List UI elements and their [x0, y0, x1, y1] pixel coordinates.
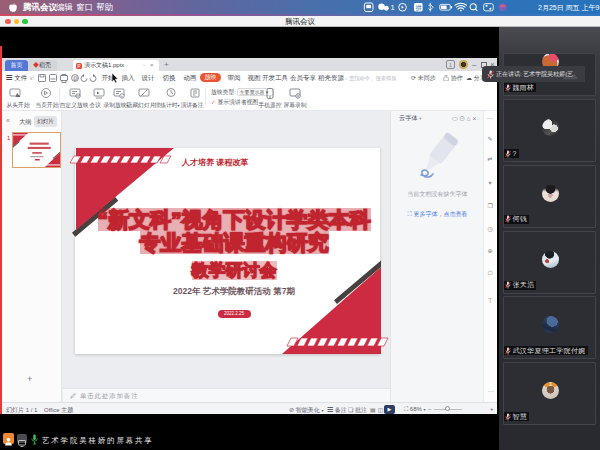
svg-text:@: @ [73, 75, 78, 81]
svg-text:拼: 拼 [415, 4, 421, 11]
svg-text:1: 1 [391, 3, 395, 12]
